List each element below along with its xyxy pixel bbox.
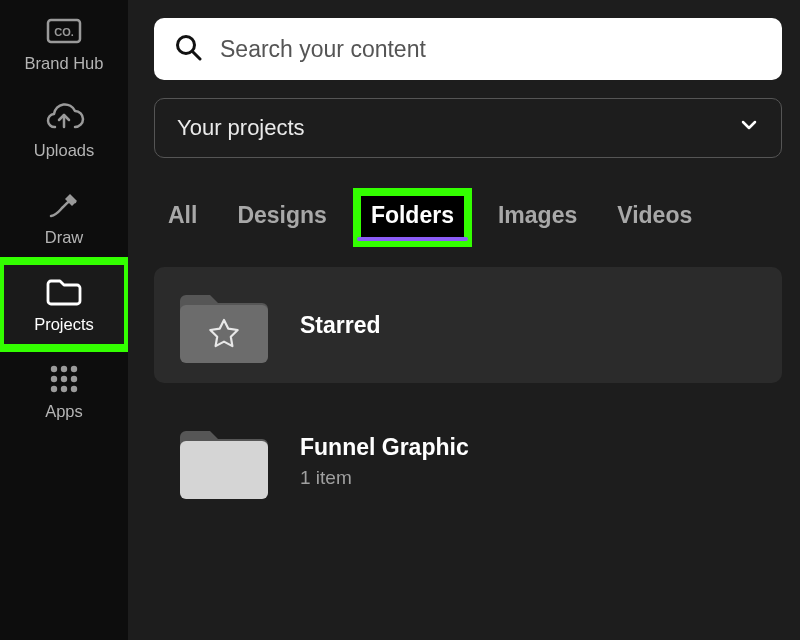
sidebar-item-brand-hub[interactable]: CO. Brand Hub xyxy=(0,0,128,87)
folder-row-funnel-graphic[interactable]: Funnel Graphic 1 item xyxy=(154,403,782,519)
svg-point-5 xyxy=(51,376,57,382)
draw-icon xyxy=(45,186,83,224)
apps-grid-icon xyxy=(48,360,80,398)
search-bar[interactable] xyxy=(154,18,782,80)
svg-point-2 xyxy=(51,366,57,372)
folder-name: Starred xyxy=(300,312,381,339)
folder-row-starred[interactable]: Starred xyxy=(154,267,782,383)
svg-point-10 xyxy=(71,386,77,392)
sidebar-item-label: Draw xyxy=(45,228,84,247)
brand-hub-icon: CO. xyxy=(44,12,84,50)
folder-front xyxy=(180,441,268,499)
svg-point-4 xyxy=(71,366,77,372)
svg-point-3 xyxy=(61,366,67,372)
sidebar-item-apps[interactable]: Apps xyxy=(0,348,128,435)
tab-all[interactable]: All xyxy=(162,196,203,239)
svg-point-9 xyxy=(61,386,67,392)
sidebar-item-uploads[interactable]: Uploads xyxy=(0,87,128,174)
sidebar-item-draw[interactable]: Draw xyxy=(0,174,128,261)
sidebar-item-label: Brand Hub xyxy=(25,54,104,73)
folder-name: Funnel Graphic xyxy=(300,434,469,461)
folder-info: Starred xyxy=(300,312,381,339)
dropdown-label: Your projects xyxy=(177,115,305,141)
main-panel: Your projects All Designs Folders Images… xyxy=(128,0,800,640)
tab-folders[interactable]: Folders xyxy=(361,196,464,239)
svg-line-12 xyxy=(193,52,200,59)
folder-thumb xyxy=(176,287,272,363)
svg-point-8 xyxy=(51,386,57,392)
chevron-down-icon xyxy=(739,115,759,141)
svg-point-6 xyxy=(61,376,67,382)
sidebar-item-label: Uploads xyxy=(34,141,95,160)
tab-designs[interactable]: Designs xyxy=(231,196,332,239)
search-icon xyxy=(174,33,202,65)
tab-images[interactable]: Images xyxy=(492,196,583,239)
folder-meta: 1 item xyxy=(300,467,469,489)
folder-icon xyxy=(44,273,84,311)
sidebar-item-label: Projects xyxy=(34,315,94,334)
folder-thumb xyxy=(176,423,272,499)
sidebar: CO. Brand Hub Uploads Draw Project xyxy=(0,0,128,640)
folder-front xyxy=(180,305,268,363)
sidebar-item-projects[interactable]: Projects xyxy=(0,261,128,348)
folder-info: Funnel Graphic 1 item xyxy=(300,434,469,489)
projects-dropdown[interactable]: Your projects xyxy=(154,98,782,158)
tab-videos[interactable]: Videos xyxy=(611,196,698,239)
tabs: All Designs Folders Images Videos xyxy=(154,196,782,239)
svg-text:CO.: CO. xyxy=(54,26,74,38)
star-icon xyxy=(207,317,241,351)
svg-point-7 xyxy=(71,376,77,382)
sidebar-item-label: Apps xyxy=(45,402,83,421)
folder-list: Starred Funnel Graphic 1 item xyxy=(154,267,782,519)
search-input[interactable] xyxy=(220,36,762,63)
cloud-upload-icon xyxy=(43,99,85,137)
